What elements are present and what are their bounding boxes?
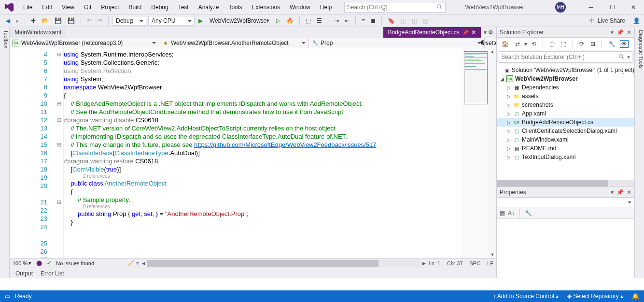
categorized-icon[interactable]: ▦	[500, 210, 505, 216]
tb-icon-7[interactable]: ◫	[399, 16, 408, 25]
pane-menu-icon[interactable]: ▾	[611, 29, 614, 36]
pin-pane-icon[interactable]: 📌	[616, 29, 624, 36]
se-sync-icon[interactable]: ⟲	[530, 40, 538, 48]
solution-explorer-search[interactable]: ▾	[499, 51, 632, 63]
tb-icon-8[interactable]: ◫	[410, 16, 419, 25]
menu-test[interactable]: Test	[173, 2, 194, 13]
new-item-button[interactable]: ✚	[29, 16, 38, 25]
save-button[interactable]: 💾	[53, 16, 64, 25]
tb-icon-9[interactable]: ◫	[421, 16, 430, 25]
hot-reload-button[interactable]: 🔥	[284, 16, 295, 25]
tree-item-bridgeaddremoteobject-cs[interactable]: ▷C#BridgeAddRemoteObject.cs	[497, 118, 634, 127]
undo-button[interactable]: ↶	[85, 16, 94, 25]
properties-object-combo[interactable]	[497, 198, 634, 207]
vertical-scrollbar[interactable]: ▲▼	[489, 48, 496, 258]
nav-back-button[interactable]: ◀	[4, 16, 12, 25]
menu-window[interactable]: Window	[285, 2, 315, 13]
minimap[interactable]	[462, 48, 489, 258]
search-input[interactable]	[347, 4, 436, 11]
tab-overflow[interactable]: ▾ ⚙	[481, 27, 496, 38]
diagnostic-tools-tab[interactable]: Diagnostic Tools	[634, 27, 644, 278]
platform-combo[interactable]: Any CPU	[148, 16, 195, 26]
se-tb-1[interactable]: ⬚	[547, 40, 557, 48]
tb-icon-5[interactable]: ≡	[360, 16, 367, 25]
tab-mainwindow[interactable]: MainWindow.xaml	[10, 27, 66, 38]
menu-project[interactable]: Project	[96, 2, 124, 13]
zoom-combo[interactable]: 100 % ▾	[13, 260, 31, 266]
tb-icon-2[interactable]: ☰	[315, 16, 324, 25]
add-source-control[interactable]: ↑ Add to Source Control ▴	[493, 293, 559, 300]
start-no-debug-button[interactable]: ▷	[274, 16, 282, 25]
se-collapse-icon[interactable]: ⊟	[588, 40, 597, 48]
se-horizontal-scrollbar[interactable]	[497, 180, 634, 187]
se-home-icon[interactable]: 🏠	[500, 40, 511, 48]
nav-type-combo[interactable]: ◆ WebView2WpfBrowser.AnotherRemoteObject	[159, 38, 309, 48]
wrench-icon[interactable]: 🔧	[525, 210, 532, 216]
health-icon[interactable]: ⬤	[36, 260, 42, 266]
se-switch-icon[interactable]: ⇄	[513, 40, 522, 48]
pin-icon[interactable]: 📌	[462, 30, 468, 35]
tree-item-readme-md[interactable]: ▷▤README.md	[497, 144, 634, 153]
tree-item-screenshots[interactable]: ▷📁screenshots	[497, 101, 634, 109]
tree-project[interactable]: ◢C#WebView2WpfBrowser	[497, 74, 634, 83]
tree-item-clientcertificateselectiondialog-xaml[interactable]: ▷▢ClientCertificateSelectionDialog.xaml	[497, 127, 634, 135]
menu-tools[interactable]: Tools	[224, 2, 247, 13]
se-properties-icon[interactable]: 🔧	[606, 40, 617, 48]
bottom-tab-output[interactable]: Output	[15, 270, 33, 277]
save-all-button[interactable]: 💾	[66, 16, 77, 25]
pane-menu-icon[interactable]: ▾	[611, 189, 614, 196]
fold-gutter[interactable]: ⊟ ⊟ ⊟ ⊟ ⊟	[55, 48, 64, 258]
close-button[interactable]: ✕	[623, 0, 644, 14]
nav-project-combo[interactable]: C# WebView2WpfBrowser (netcoreapp3.0)	[10, 38, 159, 48]
tb-icon-6[interactable]: ≣	[369, 16, 378, 25]
menu-file[interactable]: File	[18, 2, 37, 13]
indent-mode[interactable]: SPC	[470, 260, 481, 266]
bookmark-icon[interactable]: 🔖	[386, 16, 397, 25]
menu-debug[interactable]: Debug	[146, 2, 173, 13]
menu-help[interactable]: Help	[315, 2, 337, 13]
minimize-button[interactable]: ─	[580, 0, 602, 14]
se-search-input[interactable]	[501, 54, 618, 60]
eol-mode[interactable]: LF	[487, 260, 493, 266]
pin-pane-icon[interactable]: 📌	[616, 189, 624, 196]
nav-member-combo[interactable]: 🔧 Prop	[309, 38, 485, 48]
split-editor-button[interactable]: �settes	[485, 38, 496, 48]
menu-analyze[interactable]: Analyze	[194, 2, 224, 13]
horizontal-scrollbar[interactable]: ◀▶	[147, 260, 420, 267]
start-button[interactable]: ▶	[196, 16, 205, 25]
tree-item-assets[interactable]: ▷📁assets	[497, 92, 634, 101]
close-pane-icon[interactable]: ✕	[627, 189, 631, 196]
bottom-tab-error-list[interactable]: Error List	[41, 270, 64, 277]
tb-icon-3[interactable]: ⇥	[332, 16, 341, 25]
se-preview-icon[interactable]: 👁	[620, 40, 629, 48]
toolbox-tab[interactable]: Toolbox	[0, 27, 10, 278]
menu-git[interactable]: Git	[79, 2, 96, 13]
user-avatar[interactable]: MH	[555, 2, 566, 13]
config-combo[interactable]: Debug	[112, 16, 146, 26]
start-target-combo[interactable]: WebView2WpfBrowser	[207, 16, 272, 26]
tab-bridgeaddremoteobject[interactable]: BridgeAddRemoteObject.cs 📌 ✕	[383, 27, 481, 38]
tree-item-dependencies[interactable]: ▷▦Dependencies	[497, 83, 634, 92]
close-pane-icon[interactable]: ✕	[627, 29, 631, 36]
live-share[interactable]: Live Share 👤	[588, 17, 640, 24]
nav-fwd-button[interactable]: ▸	[14, 16, 21, 25]
notifications-icon[interactable]: 🔔	[632, 293, 639, 300]
open-button[interactable]: 📂	[40, 16, 51, 25]
code-content[interactable]: using System.Runtime.InteropServices;usi…	[64, 48, 462, 258]
issues-text[interactable]: No issues found	[56, 260, 94, 266]
alphabetical-icon[interactable]: A↓	[508, 210, 515, 216]
tb-icon-1[interactable]: ⬚	[304, 16, 313, 25]
se-refresh-icon[interactable]: ⟳	[577, 40, 586, 48]
solution-explorer-header[interactable]: Solution Explorer ▾📌✕	[497, 27, 634, 38]
menu-build[interactable]: Build	[124, 2, 147, 13]
tree-item-textinputdialog-xaml[interactable]: ▷▢TextInputDialog.xaml	[497, 153, 634, 161]
properties-grid[interactable]	[497, 219, 634, 278]
menu-view[interactable]: View	[57, 2, 79, 13]
code-editor[interactable]: 4567891011121314151617181920212223242526…	[10, 48, 496, 258]
tree-item-mainwindow-xaml[interactable]: ▷▢MainWindow.xaml	[497, 135, 634, 144]
solution-tree[interactable]: ▣Solution 'WebView2WpfBrowser' (1 of 1 p…	[497, 64, 634, 180]
maximize-button[interactable]: ☐	[602, 0, 623, 14]
properties-header[interactable]: Properties ▾📌✕	[497, 187, 634, 198]
quick-search[interactable]	[344, 2, 446, 13]
close-tab-icon[interactable]: ✕	[471, 29, 476, 36]
